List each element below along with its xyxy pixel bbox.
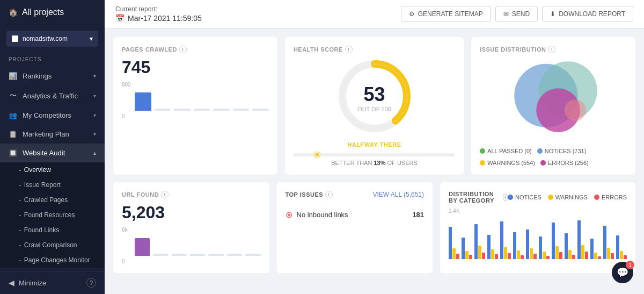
dist-bar (462, 238, 465, 259)
health-bottom: BETTER THAN 13% OF USERS (294, 153, 455, 166)
top-bar: Current report: 📅 Mar-17 2021 11:59:05 ⚙… (105, 0, 644, 28)
dist-bar (607, 248, 610, 259)
chart-axis-top: 800 (122, 82, 131, 88)
subnav-found-links[interactable]: Found Links (0, 223, 105, 238)
dist-legend-warnings: WARNINGS (548, 194, 588, 200)
help-icon[interactable]: ? (86, 278, 96, 288)
url-found-info-icon[interactable]: i (161, 191, 169, 198)
dist-errors-dot (594, 195, 599, 200)
warnings-dot (480, 160, 485, 166)
project-selector[interactable]: nomadsrtw.com ▾ (6, 31, 98, 47)
dist-bar (500, 221, 503, 259)
sidebar-item-label: My Competitors (23, 111, 71, 119)
subnav-overview[interactable]: Overview (0, 162, 105, 177)
bar-2 (174, 109, 191, 111)
legend-passed: ALL PASSED (0) (480, 148, 532, 154)
pages-crawled-info-icon[interactable]: i (179, 46, 187, 53)
analytics-icon: 〜 (9, 91, 17, 101)
chevron-right-icon: ▾ (93, 112, 96, 118)
url-chart-axis-top: 6k (122, 227, 128, 233)
sidebar-item-competitors[interactable]: 👥 My Competitors ▾ (0, 106, 105, 125)
issue-error-icon: ⊗ (286, 210, 292, 220)
bar-2 (172, 254, 187, 256)
dist-bar (517, 250, 520, 259)
issue-count: 181 (412, 211, 424, 219)
subnav-issue-report[interactable]: Issue Report (0, 177, 105, 192)
health-progress-bar (294, 153, 455, 156)
dist-axis-top: 1.4K (449, 208, 627, 214)
view-all-link[interactable]: VIEW ALL (5,651) (372, 191, 424, 198)
report-info: Current report: 📅 Mar-17 2021 11:59:05 (115, 5, 202, 23)
dist-bar (508, 253, 511, 259)
dist-legend: NOTICES WARNINGS ERRORS (508, 194, 627, 200)
minimize-icon: ◀ (9, 278, 14, 287)
passed-dot (480, 148, 485, 154)
chat-bubble[interactable]: 💬 1 (612, 262, 633, 283)
top-cards-row: PAGES CRAWLED i 745 800 0 HEALTH SCORE i (113, 37, 635, 175)
all-projects-link[interactable]: 🏠 All projects (0, 0, 105, 25)
audit-subnav: Overview Issue Report Crawled Pages Foun… (0, 162, 105, 268)
bar-5 (227, 254, 242, 256)
distribution-category-card: DISTRIBUTION BY CATEGORY i NOTICES WARNI… (440, 182, 635, 273)
legend-warnings: WARNINGS (554) (480, 160, 535, 166)
dist-bar (456, 254, 459, 259)
dist-bar (478, 246, 481, 259)
chart-axis-bottom: 0 (122, 113, 125, 119)
chat-badge: 1 (626, 261, 634, 269)
minimize-button[interactable]: ◀ Minimize ? (0, 271, 105, 294)
dist-warnings-dot (548, 195, 553, 200)
chevron-right-icon: ▾ (93, 73, 96, 79)
minimize-label: Minimize (19, 279, 46, 287)
bar-0 (135, 238, 150, 256)
sidebar-item-label: Website Audit (23, 149, 65, 157)
competitors-icon: 👥 (9, 111, 17, 119)
dist-bar (568, 250, 572, 259)
subnav-found-resources[interactable]: Found Resources (0, 207, 105, 223)
bar-1 (153, 254, 168, 256)
dist-notices-dot (508, 195, 513, 200)
dist-bar-group-11 (590, 239, 601, 259)
health-score-title: HEALTH SCORE i (294, 46, 455, 53)
health-score-value: 53 (357, 83, 391, 106)
chevron-right-icon: ▾ (93, 131, 96, 137)
subnav-page-changes[interactable]: Page Changes Monitor (0, 253, 105, 268)
sidebar-item-label: Marketing Plan (23, 130, 69, 138)
all-projects-label: All projects (22, 8, 64, 17)
dist-bar (598, 256, 601, 259)
dist-bar (616, 235, 619, 259)
issue-row-0: ⊗ No inbound links 181 (286, 205, 425, 224)
subnav-crawled-pages[interactable]: Crawled Pages (0, 192, 105, 207)
download-report-button[interactable]: ⬇ DOWNLOAD REPORT (542, 6, 633, 22)
calendar-icon: 📅 (115, 14, 125, 23)
bar-3 (194, 109, 210, 111)
sidebar-item-rankings[interactable]: 📊 Rankings ▾ (0, 67, 105, 85)
sidebar-item-analytics[interactable]: 〜 Analytics & Traffic ▾ (0, 85, 105, 106)
dist-bar (482, 253, 485, 259)
send-button[interactable]: ✉ SEND (495, 6, 538, 22)
dist-info-icon[interactable]: i (503, 193, 508, 201)
subnav-crawl-comparison[interactable]: Crawl Comparison (0, 238, 105, 253)
url-found-card-2: URL FOUND i 5,203 6k 0 (113, 182, 269, 273)
dist-chart (449, 216, 627, 259)
issue-dist-info-icon[interactable]: i (548, 46, 555, 53)
generate-sitemap-button[interactable]: ⚙ GENERATE SITEMAP (401, 6, 491, 22)
top-issues-info-icon[interactable]: i (325, 191, 333, 198)
bar-6 (252, 109, 269, 111)
issue-distribution-title: ISSUE DISTRIBUTION i (480, 46, 627, 53)
dist-bar-group-3 (487, 235, 498, 259)
dist-warnings-label: WARNINGS (555, 194, 588, 200)
dist-bar-group-9 (565, 233, 575, 259)
generate-sitemap-label: GENERATE SITEMAP (418, 10, 483, 18)
gauge-center: 53 OUT OF 100 (357, 83, 391, 112)
health-score-info-icon[interactable]: i (345, 46, 353, 53)
dist-bar-group-8 (552, 223, 562, 259)
projects-section-label: PROJECTS (0, 52, 105, 67)
sidebar-item-label: Rankings (23, 72, 52, 80)
venn-svg (500, 58, 607, 144)
sidebar-item-audit[interactable]: 🔲 Website Audit ▴ (0, 144, 105, 162)
current-report-label: Current report: (115, 5, 202, 13)
bar-3 (190, 254, 205, 256)
dist-bar (565, 233, 568, 259)
sidebar-item-marketing[interactable]: 📋 Marketing Plan ▾ (0, 125, 105, 144)
notices-label: NOTICES (731) (545, 148, 587, 154)
